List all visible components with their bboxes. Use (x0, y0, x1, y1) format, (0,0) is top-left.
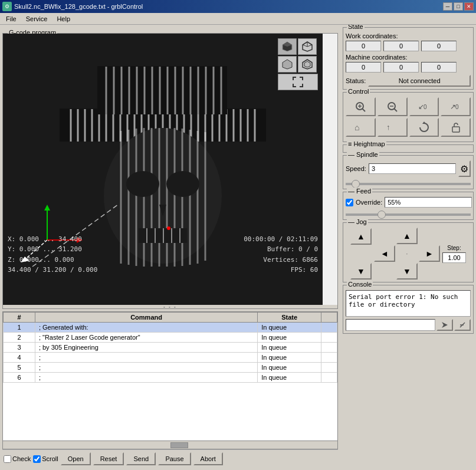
feed-slider[interactable] (346, 213, 471, 216)
ctrl-btn-origin-z[interactable]: ↗0 (441, 97, 471, 116)
fps-display: FPS: 60 (291, 266, 318, 274)
col-header-cmd: Command (35, 313, 257, 323)
status-button[interactable]: Not connected (368, 75, 471, 87)
console-section: Console (343, 285, 474, 334)
work-coords-label: Work coordinates: (346, 32, 471, 40)
table-row[interactable]: 6 ; In queue (4, 373, 337, 383)
row-state: In queue (258, 323, 321, 333)
jog-z-up-button[interactable]: ▲ (350, 228, 372, 245)
pos-summary: 34.400 / 31.200 / 0.000 (8, 266, 97, 274)
heightmap-label: ≡Heightmap (347, 140, 386, 147)
jog-x-plus-button[interactable]: ► (419, 245, 440, 262)
menu-help[interactable]: Help (52, 14, 75, 24)
svg-text:0: 0 (455, 104, 459, 110)
override-input[interactable] (385, 197, 472, 208)
ctrl-btn-zoom-in[interactable] (346, 97, 376, 116)
speed-input[interactable] (369, 163, 456, 174)
console-output[interactable] (346, 290, 471, 317)
maximize-button[interactable]: □ (454, 2, 463, 11)
row-cmd: ; "Raster 2 Laser Gcode generator" (35, 333, 257, 343)
row-num: 2 (4, 333, 35, 343)
spindle-slider[interactable] (346, 183, 471, 185)
svg-line-90 (394, 109, 397, 111)
jog-x-minus-button[interactable]: ◄ (374, 245, 395, 262)
jog-section: —Jog ▲ ▼ ▲ ◄ · ► ▼ (343, 222, 474, 282)
view-btn-top[interactable] (278, 56, 297, 73)
row-cmd: ; (35, 373, 257, 383)
row-state: In queue (258, 353, 321, 363)
console-clear-button[interactable] (454, 319, 471, 331)
svg-rect-30 (97, 66, 227, 114)
work-x-input[interactable] (346, 41, 381, 51)
ctrl-btn-unlock[interactable] (441, 118, 471, 137)
row-cmd: ; (35, 353, 257, 363)
row-state: In queue (258, 333, 321, 343)
menu-file[interactable]: File (1, 14, 21, 24)
jog-z-down-button[interactable]: ▼ (350, 263, 372, 280)
ctrl-btn-reset[interactable] (409, 118, 439, 137)
step-input[interactable] (442, 252, 466, 263)
resize-handle[interactable]: • • • (3, 305, 337, 308)
view-btn-cube-wire[interactable] (298, 38, 317, 55)
row-arrow (321, 353, 337, 363)
abort-button[interactable]: Abort (193, 452, 223, 465)
row-arrow (321, 373, 337, 383)
buffer-display: Buffer: 0 / 0 (267, 245, 318, 253)
ctrl-btn-origin-xy[interactable]: ↙0 (409, 97, 439, 116)
minimize-button[interactable]: ─ (443, 2, 452, 11)
console-send-button[interactable] (436, 319, 453, 331)
table-hscroll[interactable] (3, 441, 337, 449)
work-coord-row (346, 41, 471, 51)
row-arrow (321, 363, 337, 373)
pause-button[interactable]: Pause (158, 452, 191, 465)
svg-line-86 (362, 109, 365, 111)
send-button[interactable]: Send (126, 452, 156, 465)
machine-z-input[interactable] (421, 62, 457, 73)
ctrl-btn-zoom-out[interactable] (377, 97, 408, 116)
z-coord: Z: 0.000... 0.000 (8, 256, 74, 264)
col-header-arrow (321, 313, 337, 323)
override-label: Override: (356, 199, 382, 206)
scroll-thumb[interactable] (170, 442, 188, 448)
machine-x-input[interactable] (346, 62, 381, 73)
table-row[interactable]: 2 ; "Raster 2 Laser Gcode generator" In … (4, 333, 337, 343)
view-buttons (278, 38, 318, 90)
view-btn-fullscreen[interactable] (278, 74, 318, 90)
table-row[interactable]: 1 ; Generated with: In queue (4, 323, 337, 333)
feed-label: —Feed (347, 188, 372, 195)
svg-line-81 (303, 45, 307, 47)
override-checkbox[interactable] (346, 199, 353, 206)
work-y-input[interactable] (383, 41, 419, 51)
view-btn-perspective[interactable] (298, 56, 317, 73)
coord-overlay: X: 0.000 ... 34.400 Y: 0.000 ... 31.200 … (8, 234, 97, 275)
row-state: In queue (258, 373, 321, 383)
svg-rect-99 (452, 127, 459, 132)
row-arrow (321, 333, 337, 343)
table-row[interactable]: 3 ; by 305 Engineering In queue (4, 343, 337, 353)
machine-coord-row (346, 62, 471, 73)
check-checkbox[interactable] (4, 455, 11, 463)
table-row[interactable]: 5 ; In queue (4, 363, 337, 373)
svg-point-61 (166, 171, 199, 197)
machine-y-input[interactable] (383, 62, 419, 73)
spindle-row: Speed: ⚙ (346, 160, 471, 177)
work-z-input[interactable] (421, 41, 457, 51)
gear-button[interactable]: ⚙ (458, 160, 471, 177)
table-row[interactable]: 4 ; In queue (4, 353, 337, 363)
jog-label: —Jog (347, 218, 368, 225)
close-button[interactable]: ✕ (464, 2, 474, 11)
reset-button[interactable]: Reset (93, 452, 124, 465)
open-button[interactable]: Open (61, 452, 91, 465)
speed-label: Speed: (346, 165, 366, 172)
view-btn-cube-solid[interactable] (278, 38, 297, 55)
col-header-state: State (258, 313, 321, 323)
ctrl-btn-home[interactable]: ⌂ (346, 118, 376, 137)
jog-y-minus-button[interactable]: ▼ (396, 263, 418, 280)
jog-y-plus-button[interactable]: ▲ (396, 228, 418, 244)
y-coord: Y: 0.000 ... 31.200 (8, 245, 82, 253)
scroll-checkbox[interactable] (33, 455, 41, 463)
console-input[interactable] (346, 319, 435, 331)
svg-text:⌂: ⌂ (354, 123, 359, 132)
menu-service[interactable]: Service (21, 14, 52, 24)
ctrl-btn-safe-z[interactable]: ↑ (377, 118, 408, 137)
